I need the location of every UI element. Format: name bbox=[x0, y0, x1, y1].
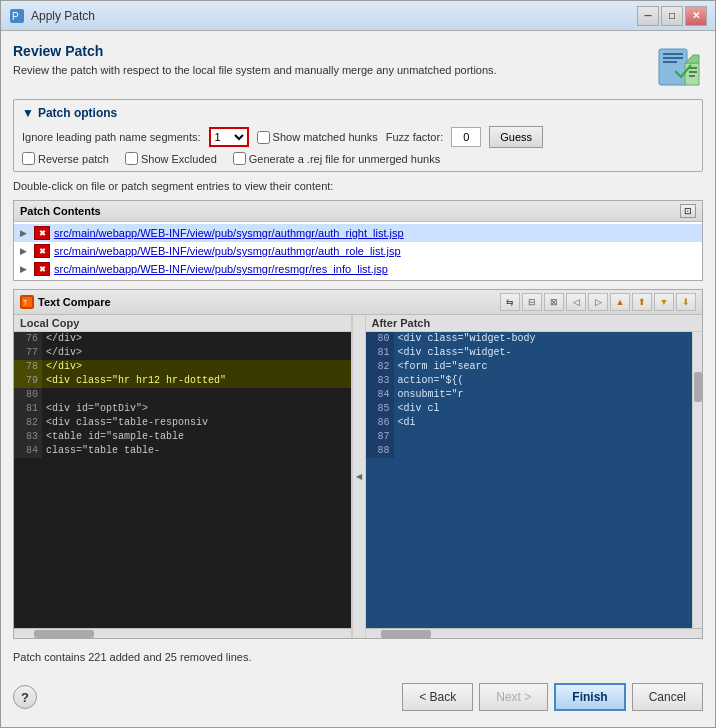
nav-buttons: < Back Next > Finish Cancel bbox=[402, 683, 703, 711]
code-line: 76 </div> bbox=[14, 332, 351, 346]
reverse-patch-checkbox-group: Reverse patch bbox=[22, 152, 109, 165]
options-row2: Reverse patch Show Excluded Generate a .… bbox=[22, 152, 694, 165]
panel-expand-button[interactable]: ⊡ bbox=[680, 204, 696, 218]
title-bar-buttons: ─ □ ✕ bbox=[637, 6, 707, 26]
local-horizontal-scrollbar[interactable] bbox=[14, 628, 351, 638]
file-arrow-icon: ▶ bbox=[20, 246, 30, 256]
file-name-2[interactable]: src/main/webapp/WEB-INF/view/pub/sysmgr/… bbox=[54, 245, 401, 257]
toolbar-btn-5[interactable]: ▷ bbox=[588, 293, 608, 311]
file-error-icon: ✖ bbox=[34, 262, 50, 276]
back-button[interactable]: < Back bbox=[402, 683, 473, 711]
segments-select[interactable]: 1 0 2 3 bbox=[209, 127, 249, 147]
minimize-button[interactable]: ─ bbox=[637, 6, 659, 26]
options-row1: Ignore leading path name segments: 1 0 2… bbox=[22, 126, 694, 148]
cancel-button[interactable]: Cancel bbox=[632, 683, 703, 711]
code-line: 84 onsubmit="r bbox=[366, 388, 693, 402]
toolbar-btn-8[interactable]: ▼ bbox=[654, 293, 674, 311]
local-copy-code-area[interactable]: 76 </div> 77 </div> 78 </div> 79 <div cl… bbox=[14, 332, 351, 628]
show-matched-checkbox[interactable] bbox=[257, 131, 270, 144]
code-line: 83 action="${( bbox=[366, 374, 693, 388]
svg-rect-4 bbox=[663, 57, 683, 59]
show-matched-label: Show matched hunks bbox=[273, 131, 378, 143]
header-description: Review the patch with respect to the loc… bbox=[13, 63, 645, 78]
after-patch-header: After Patch bbox=[366, 315, 703, 332]
code-line: 80<div class="widget-body bbox=[366, 332, 693, 346]
status-bar-text: Patch contains 221 added and 25 removed … bbox=[13, 647, 703, 667]
pane-divider[interactable]: ◀ bbox=[352, 315, 366, 638]
show-excluded-label: Show Excluded bbox=[141, 153, 217, 165]
fuzz-factor-input[interactable] bbox=[451, 127, 481, 147]
compare-toolbar: ⇆ ⊟ ⊠ ◁ ▷ ▲ ⬆ ▼ ⬇ bbox=[500, 293, 696, 311]
title-bar: P Apply Patch ─ □ ✕ bbox=[1, 1, 715, 31]
after-patch-code-area[interactable]: 80<div class="widget-body 81 <div class=… bbox=[366, 332, 703, 628]
reverse-patch-label: Reverse patch bbox=[38, 153, 109, 165]
code-line: 80 bbox=[14, 388, 351, 402]
patch-contents-header: Patch Contents ⊡ bbox=[14, 201, 702, 222]
compare-panel: T Text Compare ⇆ ⊟ ⊠ ◁ ▷ ▲ ⬆ ▼ ⬇ bbox=[13, 289, 703, 639]
window: P Apply Patch ─ □ ✕ Review Patch Review … bbox=[0, 0, 716, 728]
code-line: 81 <div class="widget- bbox=[366, 346, 693, 360]
show-excluded-checkbox[interactable] bbox=[125, 152, 138, 165]
collapse-arrow-icon[interactable]: ▼ bbox=[22, 106, 34, 120]
list-item[interactable]: ▶ ✖ src/main/webapp/WEB-INF/view/pub/sys… bbox=[14, 260, 702, 278]
close-button[interactable]: ✕ bbox=[685, 6, 707, 26]
patch-options-title: ▼ Patch options bbox=[22, 106, 694, 120]
file-list: ▶ ✖ src/main/webapp/WEB-INF/view/pub/sys… bbox=[14, 222, 702, 280]
svg-rect-3 bbox=[663, 53, 683, 55]
code-line: 79 <div class="hr hr12 hr-dotted" bbox=[14, 374, 351, 388]
generate-rej-checkbox[interactable] bbox=[233, 152, 246, 165]
show-matched-checkbox-group: Show matched hunks bbox=[257, 131, 378, 144]
generate-rej-checkbox-group: Generate a .rej file for unmerged hunks bbox=[233, 152, 440, 165]
file-name-1[interactable]: src/main/webapp/WEB-INF/view/pub/sysmgr/… bbox=[54, 227, 404, 239]
main-content: Review Patch Review the patch with respe… bbox=[1, 31, 715, 727]
toolbar-btn-4[interactable]: ◁ bbox=[566, 293, 586, 311]
code-line: 81 <div id="optDiv"> bbox=[14, 402, 351, 416]
after-horizontal-scrollbar[interactable] bbox=[366, 628, 703, 638]
help-button[interactable]: ? bbox=[13, 685, 37, 709]
patch-contents-panel: Patch Contents ⊡ ▶ ✖ src/main/webapp/WEB… bbox=[13, 200, 703, 281]
after-patch-vertical-scrollbar[interactable] bbox=[692, 332, 702, 628]
code-line: 82 <div class="table-responsiv bbox=[14, 416, 351, 430]
reverse-patch-checkbox[interactable] bbox=[22, 152, 35, 165]
ignore-label: Ignore leading path name segments: bbox=[22, 131, 201, 143]
fuzz-factor-label: Fuzz factor: bbox=[386, 131, 443, 143]
instructions-text: Double-click on file or patch segment en… bbox=[13, 180, 703, 192]
maximize-button[interactable]: □ bbox=[661, 6, 683, 26]
file-arrow-icon: ▶ bbox=[20, 264, 30, 274]
code-line: 86 <di bbox=[366, 416, 693, 430]
code-line: 84 class="table table- bbox=[14, 444, 351, 458]
code-line: 77 </div> bbox=[14, 346, 351, 360]
list-item[interactable]: ▶ ✖ src/main/webapp/WEB-INF/view/pub/sys… bbox=[14, 224, 702, 242]
toolbar-btn-6[interactable]: ▲ bbox=[610, 293, 630, 311]
finish-button[interactable]: Finish bbox=[554, 683, 625, 711]
svg-text:T: T bbox=[23, 299, 28, 306]
compare-header: T Text Compare ⇆ ⊟ ⊠ ◁ ▷ ▲ ⬆ ▼ ⬇ bbox=[14, 290, 702, 315]
compare-title-text: Text Compare bbox=[38, 296, 111, 308]
code-line: 82 <form id="searc bbox=[366, 360, 693, 374]
guess-button[interactable]: Guess bbox=[489, 126, 543, 148]
right-pane-wrap: After Patch 80<div class="widget-body 81… bbox=[366, 315, 703, 638]
next-button[interactable]: Next > bbox=[479, 683, 548, 711]
title-bar-icon: P bbox=[9, 8, 25, 24]
left-pane-wrap: Local Copy 76 </div> 77 </div> 78 </div>… bbox=[14, 315, 352, 638]
local-code-lines: 76 </div> 77 </div> 78 </div> 79 <div cl… bbox=[14, 332, 351, 458]
local-copy-header: Local Copy bbox=[14, 315, 351, 332]
list-item[interactable]: ▶ ✖ src/main/webapp/WEB-INF/view/pub/sys… bbox=[14, 242, 702, 260]
toolbar-btn-9[interactable]: ⬇ bbox=[676, 293, 696, 311]
file-error-icon: ✖ bbox=[34, 244, 50, 258]
sync-scroll-button[interactable]: ⇆ bbox=[500, 293, 520, 311]
title-bar-title: Apply Patch bbox=[31, 9, 637, 23]
show-excluded-checkbox-group: Show Excluded bbox=[125, 152, 217, 165]
file-error-icon: ✖ bbox=[34, 226, 50, 240]
svg-rect-5 bbox=[663, 61, 677, 63]
toolbar-btn-3[interactable]: ⊠ bbox=[544, 293, 564, 311]
file-name-3[interactable]: src/main/webapp/WEB-INF/view/pub/sysmgr/… bbox=[54, 263, 388, 275]
code-line: 78 </div> bbox=[14, 360, 351, 374]
toolbar-btn-2[interactable]: ⊟ bbox=[522, 293, 542, 311]
code-line: 83 <table id="sample-table bbox=[14, 430, 351, 444]
button-bar: ? < Back Next > Finish Cancel bbox=[13, 675, 703, 715]
code-line: 87 bbox=[366, 430, 693, 444]
compare-title: T Text Compare bbox=[20, 295, 111, 309]
toolbar-btn-7[interactable]: ⬆ bbox=[632, 293, 652, 311]
header-section: Review Patch Review the patch with respe… bbox=[13, 43, 703, 91]
